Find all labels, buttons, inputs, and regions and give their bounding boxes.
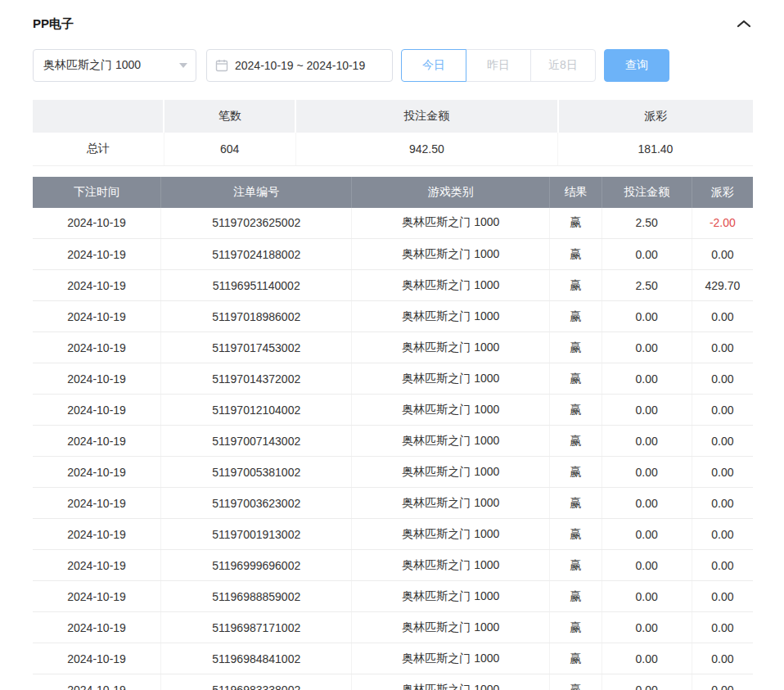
cell-bet-id: 51197024188002: [161, 239, 352, 270]
cell-game-category: 奥林匹斯之门 1000: [352, 550, 550, 581]
table-row: 2024-10-19 51197017453002 奥林匹斯之门 1000 赢 …: [33, 332, 753, 363]
cell-bet-time: 2024-10-19: [33, 270, 161, 301]
cell-game-category: 奥林匹斯之门 1000: [352, 674, 550, 690]
cell-bet-amount: 0.00: [602, 643, 692, 674]
cell-payout: 0.00: [692, 239, 753, 270]
filter-bar: 奥林匹斯之门 1000 2024-10-19 ~ 2024-10-19 今日 昨…: [33, 49, 753, 82]
summary-header-payout: 派彩: [558, 100, 754, 133]
cell-bet-amount: 0.00: [602, 363, 692, 395]
cell-bet-id: 51197003623002: [161, 488, 352, 519]
cell-result: 赢: [550, 332, 602, 363]
cell-game-category: 奥林匹斯之门 1000: [352, 301, 550, 332]
cell-result: 赢: [550, 488, 602, 519]
table-row: 2024-10-19 51197018986002 奥林匹斯之门 1000 赢 …: [33, 301, 753, 332]
today-button[interactable]: 今日: [401, 49, 466, 82]
cell-bet-amount: 2.50: [602, 208, 692, 239]
yesterday-button[interactable]: 昨日: [466, 49, 531, 82]
cell-bet-amount: 0.00: [602, 612, 692, 643]
cell-bet-time: 2024-10-19: [33, 363, 161, 395]
cell-bet-id: 51197018986002: [161, 301, 352, 332]
cell-bet-time: 2024-10-19: [33, 550, 161, 581]
table-row: 2024-10-19 51196983338002 奥林匹斯之门 1000 赢 …: [33, 674, 753, 690]
cell-result: 赢: [550, 674, 602, 690]
table-row: 2024-10-19 51197007143002 奥林匹斯之门 1000 赢 …: [33, 426, 753, 457]
cell-game-category: 奥林匹斯之门 1000: [352, 519, 550, 550]
cell-bet-time: 2024-10-19: [33, 488, 161, 519]
cell-payout: 0.00: [692, 301, 753, 332]
cell-game-category: 奥林匹斯之门 1000: [352, 488, 550, 519]
table-row: 2024-10-19 51197024188002 奥林匹斯之门 1000 赢 …: [33, 239, 753, 270]
cell-bet-amount: 0.00: [602, 457, 692, 488]
cell-bet-time: 2024-10-19: [33, 332, 161, 363]
header-payout: 派彩: [692, 177, 753, 208]
header-game-category: 游戏类别: [352, 177, 550, 208]
cell-game-category: 奥林匹斯之门 1000: [352, 395, 550, 426]
cell-game-category: 奥林匹斯之门 1000: [352, 581, 550, 612]
date-range-value: 2024-10-19 ~ 2024-10-19: [235, 59, 365, 72]
cell-bet-id: 51197023625002: [161, 208, 352, 239]
summary-header-blank: [33, 100, 164, 133]
cell-payout: 429.70: [692, 270, 753, 301]
cell-bet-time: 2024-10-19: [33, 674, 161, 690]
cell-result: 赢: [550, 270, 602, 301]
quick-date-buttons: 今日 昨日 近8日: [401, 49, 596, 82]
summary-header-count: 笔数: [164, 100, 295, 133]
cell-result: 赢: [550, 363, 602, 395]
cell-bet-time: 2024-10-19: [33, 239, 161, 270]
table-row: 2024-10-19 51196988859002 奥林匹斯之门 1000 赢 …: [33, 581, 753, 612]
cell-bet-amount: 0.00: [602, 332, 692, 363]
summary-total-bet-amount: 942.50: [295, 133, 557, 165]
cell-bet-id: 51197017453002: [161, 332, 352, 363]
table-row: 2024-10-19 51197023625002 奥林匹斯之门 1000 赢 …: [33, 208, 753, 239]
cell-game-category: 奥林匹斯之门 1000: [352, 457, 550, 488]
game-select[interactable]: 奥林匹斯之门 1000: [33, 49, 196, 82]
cell-result: 赢: [550, 519, 602, 550]
table-row: 2024-10-19 51196951140002 奥林匹斯之门 1000 赢 …: [33, 270, 753, 301]
cell-bet-time: 2024-10-19: [33, 643, 161, 674]
cell-bet-id: 51196983338002: [161, 674, 352, 690]
table-row: 2024-10-19 51196984841002 奥林匹斯之门 1000 赢 …: [33, 643, 753, 674]
cell-game-category: 奥林匹斯之门 1000: [352, 426, 550, 457]
cell-bet-id: 51196984841002: [161, 643, 352, 674]
cell-payout: 0.00: [692, 363, 753, 395]
cell-bet-id: 51196999696002: [161, 550, 352, 581]
cell-payout: -2.00: [692, 208, 753, 239]
cell-result: 赢: [550, 612, 602, 643]
date-range-picker[interactable]: 2024-10-19 ~ 2024-10-19: [206, 49, 393, 82]
collapse-panel-button[interactable]: [735, 17, 753, 30]
cell-game-category: 奥林匹斯之门 1000: [352, 208, 550, 239]
bets-table-body: 2024-10-19 51197023625002 奥林匹斯之门 1000 赢 …: [33, 208, 753, 690]
cell-game-category: 奥林匹斯之门 1000: [352, 270, 550, 301]
summary-total-label: 总计: [33, 133, 164, 165]
table-row: 2024-10-19 51197012104002 奥林匹斯之门 1000 赢 …: [33, 395, 753, 426]
header-bet-id: 注单编号: [161, 177, 352, 208]
cell-bet-time: 2024-10-19: [33, 208, 161, 239]
header-bet-time: 下注时间: [33, 177, 161, 208]
cell-game-category: 奥林匹斯之门 1000: [352, 332, 550, 363]
cell-result: 赢: [550, 426, 602, 457]
panel-header: PP电子: [33, 13, 753, 34]
cell-bet-amount: 0.00: [602, 395, 692, 426]
cell-game-category: 奥林匹斯之门 1000: [352, 239, 550, 270]
cell-payout: 0.00: [692, 643, 753, 674]
cell-result: 赢: [550, 457, 602, 488]
cell-payout: 0.00: [692, 426, 753, 457]
last-8-days-button[interactable]: 近8日: [530, 49, 596, 82]
cell-payout: 0.00: [692, 488, 753, 519]
bets-table: 下注时间 注单编号 游戏类别 结果 投注金额 派彩 2024-10-19 511…: [33, 177, 753, 690]
calendar-icon: [215, 59, 228, 72]
search-button[interactable]: 查询: [604, 49, 669, 82]
cell-game-category: 奥林匹斯之门 1000: [352, 612, 550, 643]
cell-payout: 0.00: [692, 332, 753, 363]
table-row: 2024-10-19 51197005381002 奥林匹斯之门 1000 赢 …: [33, 457, 753, 488]
cell-bet-id: 51197001913002: [161, 519, 352, 550]
cell-bet-amount: 0.00: [602, 674, 692, 690]
cell-bet-amount: 0.00: [602, 488, 692, 519]
cell-bet-amount: 0.00: [602, 301, 692, 332]
cell-bet-time: 2024-10-19: [33, 395, 161, 426]
cell-bet-id: 51196987171002: [161, 612, 352, 643]
cell-bet-amount: 0.00: [602, 426, 692, 457]
summary-total-payout: 181.40: [558, 133, 754, 165]
cell-bet-time: 2024-10-19: [33, 426, 161, 457]
header-bet-amount: 投注金额: [602, 177, 692, 208]
